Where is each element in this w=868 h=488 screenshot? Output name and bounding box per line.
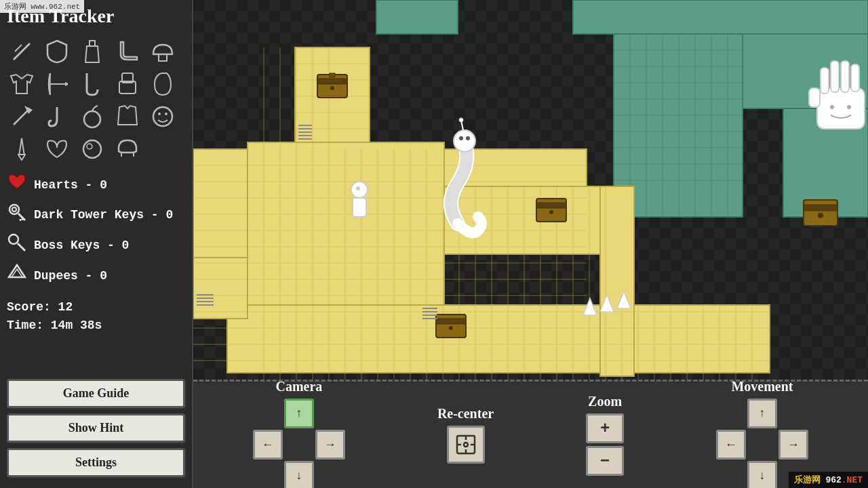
item-orb <box>77 134 107 164</box>
watermark-youxi: 游网 <box>803 475 821 485</box>
item-cane <box>77 69 107 99</box>
item-helmet <box>113 134 142 164</box>
zoom-buttons: + − <box>586 413 624 476</box>
stat-dupees: Dupees - 0 <box>7 261 185 290</box>
dpad-center-camera <box>284 430 314 460</box>
recenter-control-group: Re-center <box>437 406 494 464</box>
sidebar: Item Tracker <box>0 0 193 488</box>
svg-point-13 <box>153 107 172 126</box>
item-bomb <box>77 102 107 131</box>
stat-boss-keys: Boss Keys - 0 <box>7 230 185 260</box>
svg-rect-3 <box>159 54 167 61</box>
zoom-label: Zoom <box>588 394 622 409</box>
move-down-button[interactable]: ↓ <box>747 461 777 488</box>
game-area: Khucriwatc Temple <box>193 0 868 380</box>
svg-line-1 <box>15 45 22 52</box>
watermark-text: 乐游网 www.962.net <box>4 3 80 11</box>
dark-tower-keys-label: Dark Tower Keys - 0 <box>34 208 173 222</box>
show-hint-button[interactable]: Show Hint <box>7 413 185 443</box>
item-bottle <box>77 37 107 66</box>
boss-keys-label: Boss Keys - 0 <box>34 239 129 252</box>
score-label: Score: 12 <box>7 298 185 317</box>
dark-tower-key-icon <box>7 203 27 226</box>
svg-point-17 <box>83 140 101 158</box>
zoom-control-group: Zoom + − <box>586 394 624 476</box>
item-hook <box>42 102 72 131</box>
svg-point-12 <box>84 111 100 127</box>
item-wing2 <box>42 134 72 164</box>
camera-right-button[interactable]: → <box>315 430 345 460</box>
dpad-empty-br <box>315 461 345 488</box>
watermark-bottomright: 乐游网 962.NET <box>789 472 868 488</box>
dupees-label: Dupees - 0 <box>34 269 107 283</box>
hearts-label: Hearts - 0 <box>34 178 107 192</box>
heart-icon <box>7 174 27 196</box>
svg-rect-2 <box>90 41 95 46</box>
svg-point-22 <box>12 207 16 211</box>
item-shirt <box>7 69 37 99</box>
svg-point-14 <box>158 113 161 115</box>
camera-control-group: Camera ↑ ← → ↓ <box>253 379 345 488</box>
move-center <box>747 430 777 460</box>
controls-bar: Camera ↑ ← → ↓ Re-center <box>193 380 868 488</box>
item-bow <box>42 69 72 99</box>
movement-label: Movement <box>731 379 793 394</box>
dupees-icon <box>7 264 27 287</box>
svg-point-21 <box>9 205 19 214</box>
camera-label: Camera <box>276 379 323 394</box>
item-empty <box>148 134 178 164</box>
zoom-out-button[interactable]: − <box>586 446 624 476</box>
watermark-net: .NET <box>842 475 863 485</box>
item-shield <box>42 37 72 66</box>
svg-point-15 <box>165 113 167 115</box>
stat-dark-tower-keys: Dark Tower Keys - 0 <box>7 200 185 229</box>
dpad-empty-bl <box>253 461 283 488</box>
item-knife <box>7 134 37 164</box>
camera-left-button[interactable]: ← <box>253 430 283 460</box>
stat-hearts: Hearts - 0 <box>7 171 185 199</box>
item-chestplate <box>113 102 142 131</box>
item-pickaxe <box>7 102 37 131</box>
score-time-section: Score: 12 Time: 14m 38s <box>0 293 192 338</box>
item-boots <box>113 37 142 66</box>
camera-dpad: ↑ ← → ↓ <box>253 399 345 488</box>
item-sword <box>7 37 37 66</box>
item-gauntlet <box>113 69 142 99</box>
zoom-in-button[interactable]: + <box>586 413 624 443</box>
move-left-button[interactable]: ← <box>716 430 746 460</box>
move-empty-tl <box>716 399 746 428</box>
game-background <box>193 0 868 380</box>
item-face <box>148 102 178 131</box>
item-grid <box>0 33 192 168</box>
sidebar-buttons: Game Guide Show Hint Settings <box>0 373 192 488</box>
item-sack <box>148 69 178 99</box>
dpad-empty-tr <box>315 399 345 428</box>
item-mushroom <box>148 37 178 66</box>
time-label: Time: 14m 38s <box>7 317 185 335</box>
move-up-button[interactable]: ↑ <box>747 399 777 428</box>
svg-line-0 <box>14 43 30 60</box>
watermark-le: 乐 <box>794 475 803 485</box>
svg-line-27 <box>18 243 25 251</box>
move-empty-tr <box>778 399 808 428</box>
move-empty-bl <box>716 461 746 488</box>
svg-marker-28 <box>9 265 25 277</box>
watermark-962: 962 <box>825 475 841 485</box>
stats-section: Hearts - 0 Dark Tower Keys - 0 Boss Keys… <box>0 168 192 293</box>
camera-down-button[interactable]: ↓ <box>284 461 314 488</box>
recenter-button[interactable] <box>447 426 485 464</box>
recenter-label: Re-center <box>437 406 494 422</box>
move-right-button[interactable]: → <box>778 430 808 460</box>
svg-point-167 <box>464 443 468 447</box>
svg-marker-6 <box>65 82 68 86</box>
dpad-empty-tl <box>253 399 283 428</box>
camera-up-button[interactable]: ↑ <box>284 399 314 428</box>
watermark-topleft: 乐游网 www.962.net <box>0 0 84 13</box>
boss-key-icon <box>7 233 27 257</box>
svg-point-26 <box>9 235 18 244</box>
game-guide-button[interactable]: Game Guide <box>7 379 185 408</box>
settings-button[interactable]: Settings <box>7 448 185 477</box>
svg-point-18 <box>87 144 92 149</box>
